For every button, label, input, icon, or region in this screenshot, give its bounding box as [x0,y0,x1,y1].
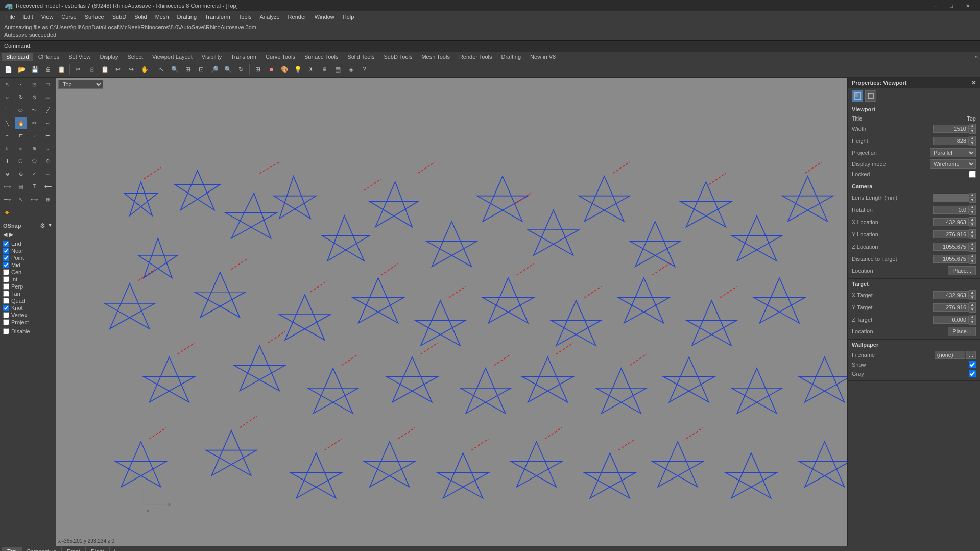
snap-knot-checkbox[interactable] [3,305,9,311]
tool-point[interactable]: · [15,79,27,91]
tb-light[interactable]: 💡 [292,63,304,76]
rotation-up[interactable]: ▲ [969,205,976,210]
snap-tan-checkbox[interactable] [3,291,9,297]
dist-target-down[interactable]: ▼ [969,259,976,264]
projection-select[interactable]: Parallel Perspective Two-Point Perspecti… [930,148,976,157]
lens-up[interactable]: ▲ [969,193,976,198]
tool-rebuild[interactable]: ⊕ [28,142,40,155]
tb-select[interactable]: ↖ [155,63,168,76]
locked-checkbox[interactable] [969,171,976,178]
tool-rotate-view[interactable]: ↻ [15,91,27,104]
tb-open[interactable]: 📂 [15,63,28,76]
snap-cen-checkbox[interactable] [3,269,9,275]
tb-redo[interactable]: ↪ [125,63,137,76]
tool-check[interactable]: ✓ [28,168,40,180]
tool-dimension[interactable]: ⟺ [1,181,13,193]
tab-viewport-layout[interactable]: Viewport Layout [148,53,197,61]
tool-extrude[interactable]: ⬆ [1,155,13,167]
snap-mid-checkbox[interactable] [3,262,9,268]
tab-render-tools[interactable]: Render Tools [455,53,496,61]
x-target-input[interactable] [933,291,969,299]
tb-zoom-extent[interactable]: ⊞ [182,63,194,76]
tool-surface[interactable]: ⬡ [15,155,27,167]
tool-array[interactable]: ⊞ [42,194,54,206]
tab-set-view[interactable]: Set View [64,53,94,61]
command-input[interactable] [35,43,976,49]
y-location-down[interactable]: ▼ [969,234,976,239]
filename-input[interactable] [935,351,965,359]
tool-mirror[interactable]: ⟺ [28,194,40,206]
tool-scale[interactable]: ⤡ [15,194,27,206]
tb-pan[interactable]: ✋ [138,63,151,76]
y-target-input[interactable] [933,303,969,312]
tool-trim[interactable]: ✂ [28,117,40,129]
panel-icon-viewport[interactable] [852,90,863,102]
tool-loft[interactable]: ⬠ [28,155,40,167]
menu-mesh[interactable]: Mesh [151,13,173,21]
height-up[interactable]: ▲ [969,136,976,141]
tb-undo[interactable]: ↩ [112,63,124,76]
tool-boolean-union[interactable]: ⊎ [1,168,13,180]
tab-mesh-tools[interactable]: Mesh Tools [417,53,453,61]
menu-help[interactable]: Help [339,13,358,21]
tool-sweep[interactable]: ⥁ [42,155,54,167]
tool-control-pts[interactable]: ⌗ [1,142,13,155]
tb-zoom-in[interactable]: 🔎 [208,63,221,76]
snap-prev-icon[interactable]: ◀ [3,231,7,238]
tool-edit-pts[interactable]: ⌾ [15,142,27,155]
tool-group[interactable]: ⊡ [28,79,40,91]
target-location-button[interactable]: Place... [948,327,976,336]
tb-sun[interactable]: ☀ [305,63,317,76]
menu-drafting[interactable]: Drafting [173,13,201,21]
snap-quad-checkbox[interactable] [3,298,9,304]
tb-zoom-window[interactable]: 🔍 [169,63,181,76]
y-target-down[interactable]: ▼ [969,307,976,313]
menu-solid[interactable]: Solid [130,13,151,21]
tab-new-v8[interactable]: New in V8 [526,53,560,61]
tool-arc[interactable]: ⌒ [1,104,13,116]
menu-file[interactable]: File [2,13,19,21]
tb-prop[interactable]: 📋 [55,63,67,76]
tool-curve-dot[interactable]: ⊙ [28,91,40,104]
tool-spline[interactable]: 〜 [28,104,40,116]
width-input[interactable] [933,125,969,133]
tab-subd-tools[interactable]: SubD Tools [379,53,416,61]
cam-location-button[interactable]: Place... [948,266,976,275]
toolbar-expand[interactable]: » [975,54,978,60]
z-location-up[interactable]: ▲ [969,242,976,247]
tb-layer[interactable]: ▤ [331,63,344,76]
viewport-view-select[interactable]: Top Perspective Front Right [58,80,103,89]
menu-subd[interactable]: SubD [108,13,131,21]
vp-tab-perspective[interactable]: Perspective [22,547,62,551]
tool-text[interactable]: T [28,181,40,193]
lens-down[interactable]: ▼ [969,198,976,203]
snap-vertex-checkbox[interactable] [3,312,9,318]
menu-edit[interactable]: Edit [19,13,37,21]
z-location-input[interactable] [933,243,969,251]
menu-transform[interactable]: Transform [201,13,234,21]
tool-fillet[interactable]: ⌐ [1,130,13,142]
tool-select-arrow[interactable]: ↖ [1,79,13,91]
tb-new[interactable]: 📄 [2,63,14,76]
snap-next-icon[interactable]: ▶ [9,231,13,238]
snap-filter-icon[interactable]: ▼ [47,222,53,229]
lens-input[interactable] [933,194,969,202]
tab-transform[interactable]: Transform [227,53,260,61]
tool-extend[interactable]: ↔ [42,117,54,129]
tab-cplanes[interactable]: CPlanes [34,53,64,61]
tool-fire[interactable]: 🔥 [15,117,27,129]
tool-leader[interactable]: ⟵ [42,181,54,193]
gray-checkbox[interactable] [969,370,976,377]
tb-grid[interactable]: ⊞ [252,63,264,76]
vp-tab-right[interactable]: Right [86,547,110,551]
tab-solid-tools[interactable]: Solid Tools [343,53,378,61]
panel-icon-object[interactable] [865,90,876,102]
tool-circle[interactable]: ○ [1,91,13,104]
tab-standard[interactable]: Standard [2,53,33,61]
tool-dir[interactable]: → [42,168,54,180]
vp-tab-front[interactable]: Front [62,547,86,551]
x-target-down[interactable]: ▼ [969,295,976,300]
x-location-up[interactable]: ▲ [969,217,976,222]
tool-boolean-diff[interactable]: ⊖ [15,168,27,180]
menu-view[interactable]: View [37,13,58,21]
